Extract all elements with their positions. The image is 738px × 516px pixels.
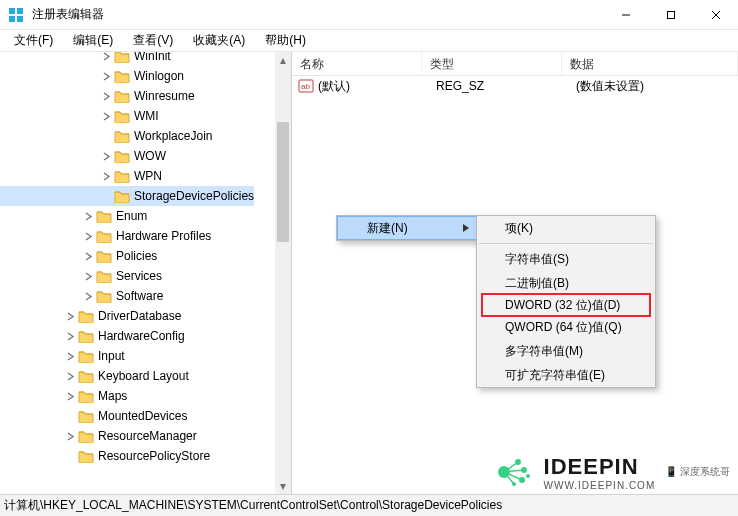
svg-rect-1 xyxy=(17,8,23,14)
submenu-expand[interactable]: 可扩充字符串值(E) xyxy=(477,363,655,387)
expander-closed-icon[interactable] xyxy=(98,52,114,61)
folder-icon xyxy=(114,149,130,163)
menu-help[interactable]: 帮助(H) xyxy=(255,30,316,51)
scroll-up-icon[interactable]: ▴ xyxy=(275,52,291,68)
menu-edit[interactable]: 编辑(E) xyxy=(63,30,123,51)
window-title: 注册表编辑器 xyxy=(32,6,603,23)
folder-icon xyxy=(114,169,130,183)
folder-icon xyxy=(96,269,112,283)
expander-closed-icon[interactable] xyxy=(62,372,78,381)
tree-item[interactable]: ResourcePolicyStore xyxy=(0,446,254,466)
tree-item[interactable]: DriverDatabase xyxy=(0,306,254,326)
submenu-string[interactable]: 字符串值(S) xyxy=(477,247,655,271)
minimize-button[interactable] xyxy=(603,0,648,29)
tree-item[interactable]: Winlogon xyxy=(0,66,254,86)
folder-icon xyxy=(114,109,130,123)
expander-closed-icon[interactable] xyxy=(62,332,78,341)
menu-favorites[interactable]: 收藏夹(A) xyxy=(183,30,255,51)
maximize-button[interactable] xyxy=(648,0,693,29)
menu-bar: 文件(F) 编辑(E) 查看(V) 收藏夹(A) 帮助(H) xyxy=(0,30,738,52)
tree-item[interactable]: Enum xyxy=(0,206,254,226)
tree-item-label: StorageDevicePolicies xyxy=(134,189,254,203)
expander-closed-icon[interactable] xyxy=(98,112,114,121)
tree-item-label: Policies xyxy=(116,249,157,263)
tree-item[interactable]: WPN xyxy=(0,166,254,186)
expander-closed-icon[interactable] xyxy=(80,212,96,221)
folder-icon xyxy=(114,129,130,143)
expander-closed-icon[interactable] xyxy=(62,432,78,441)
tree-item-label: Keyboard Layout xyxy=(98,369,189,383)
folder-icon xyxy=(114,189,130,203)
tree-item[interactable]: Policies xyxy=(0,246,254,266)
folder-icon xyxy=(78,369,94,383)
list-row[interactable]: ab (默认) REG_SZ (数值未设置) xyxy=(292,76,738,96)
menu-view[interactable]: 查看(V) xyxy=(123,30,183,51)
submenu-qword[interactable]: QWORD (64 位)值(Q) xyxy=(477,315,655,339)
folder-icon xyxy=(96,229,112,243)
tree-item-label: Enum xyxy=(116,209,147,223)
tree-item[interactable]: WinInit xyxy=(0,52,254,66)
window-controls xyxy=(603,0,738,29)
menu-separator xyxy=(479,243,653,244)
tree-item[interactable]: WorkplaceJoin xyxy=(0,126,254,146)
folder-icon xyxy=(78,449,94,463)
tree-item[interactable]: Keyboard Layout xyxy=(0,366,254,386)
tree-item-label: Winlogon xyxy=(134,69,184,83)
svg-rect-5 xyxy=(667,11,674,18)
expander-closed-icon[interactable] xyxy=(62,312,78,321)
expander-closed-icon[interactable] xyxy=(98,72,114,81)
folder-icon xyxy=(78,349,94,363)
expander-closed-icon[interactable] xyxy=(80,292,96,301)
tree-item[interactable]: HardwareConfig xyxy=(0,326,254,346)
context-new[interactable]: 新建(N) xyxy=(337,216,477,240)
tree-item[interactable]: Services xyxy=(0,266,254,286)
submenu-key[interactable]: 项(K) xyxy=(477,216,655,240)
expander-closed-icon[interactable] xyxy=(80,252,96,261)
tree-scrollbar[interactable]: ▴ ▾ xyxy=(275,52,291,494)
expander-closed-icon[interactable] xyxy=(62,352,78,361)
column-data[interactable]: 数据 xyxy=(562,52,738,75)
tree-item[interactable]: Winresume xyxy=(0,86,254,106)
menu-file[interactable]: 文件(F) xyxy=(4,30,63,51)
tree-item[interactable]: Maps xyxy=(0,386,254,406)
expander-closed-icon[interactable] xyxy=(98,172,114,181)
tree-item-label: WinInit xyxy=(134,52,171,63)
close-button[interactable] xyxy=(693,0,738,29)
tree-item[interactable]: MountedDevices xyxy=(0,406,254,426)
value-data: (数值未设置) xyxy=(576,78,738,95)
tree-pane: WinInitWinlogonWinresumeWMIWorkplaceJoin… xyxy=(0,52,292,494)
folder-icon xyxy=(78,329,94,343)
svg-rect-2 xyxy=(9,16,15,22)
folder-icon xyxy=(96,209,112,223)
tree-item[interactable]: StorageDevicePolicies xyxy=(0,186,254,206)
column-name[interactable]: 名称 xyxy=(292,52,422,75)
tree-item[interactable]: Input xyxy=(0,346,254,366)
tree-item[interactable]: Hardware Profiles xyxy=(0,226,254,246)
tree-item-label: WorkplaceJoin xyxy=(134,129,212,143)
tree-item[interactable]: WMI xyxy=(0,106,254,126)
submenu-binary[interactable]: 二进制值(B) xyxy=(477,271,655,295)
tree-item[interactable]: WOW xyxy=(0,146,254,166)
folder-icon xyxy=(78,409,94,423)
submenu-dword[interactable]: DWORD (32 位)值(D) xyxy=(481,293,651,317)
scroll-thumb[interactable] xyxy=(277,122,289,242)
tree-item-label: Winresume xyxy=(134,89,195,103)
context-submenu-new: 项(K) 字符串值(S) 二进制值(B) DWORD (32 位)值(D) QW… xyxy=(476,215,656,388)
expander-closed-icon[interactable] xyxy=(80,272,96,281)
column-type[interactable]: 类型 xyxy=(422,52,562,75)
list-header: 名称 类型 数据 xyxy=(292,52,738,76)
svg-text:ab: ab xyxy=(301,82,310,91)
expander-closed-icon[interactable] xyxy=(80,232,96,241)
folder-icon xyxy=(96,249,112,263)
expander-closed-icon[interactable] xyxy=(62,392,78,401)
tree-item-label: Input xyxy=(98,349,125,363)
folder-icon xyxy=(114,69,130,83)
regedit-icon xyxy=(8,7,24,23)
tree-item[interactable]: ResourceManager xyxy=(0,426,254,446)
tree-item-label: WPN xyxy=(134,169,162,183)
submenu-multi[interactable]: 多字符串值(M) xyxy=(477,339,655,363)
expander-closed-icon[interactable] xyxy=(98,92,114,101)
tree-item[interactable]: Software xyxy=(0,286,254,306)
scroll-down-icon[interactable]: ▾ xyxy=(275,478,291,494)
expander-closed-icon[interactable] xyxy=(98,152,114,161)
